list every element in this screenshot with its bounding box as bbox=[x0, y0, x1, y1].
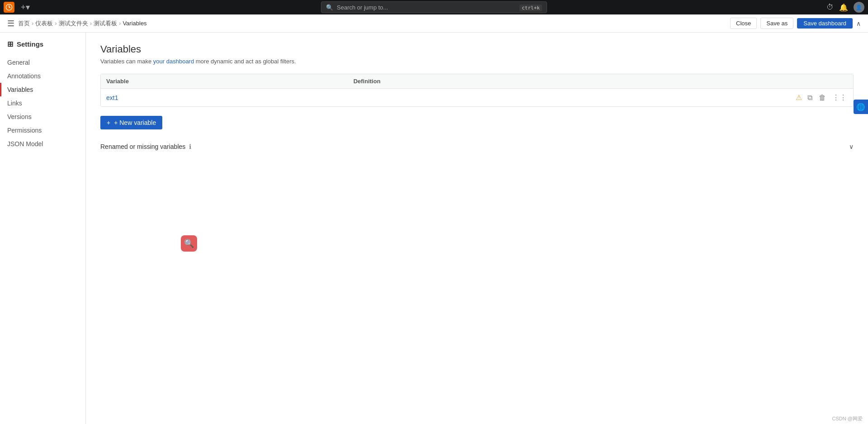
sidebar: ⊞ Settings General Annotations Variables… bbox=[0, 33, 86, 424]
sep-4: › bbox=[119, 20, 121, 27]
sidebar-item-variables[interactable]: Variables bbox=[0, 83, 85, 96]
search-area: 🔍 Search or jump to... ctrl+k bbox=[321, 1, 547, 13]
page-description: Variables can make your dashboard more d… bbox=[100, 58, 854, 65]
breadcrumb-dashboard[interactable]: 测试看板 bbox=[94, 19, 117, 28]
search-placeholder: Search or jump to... bbox=[337, 4, 388, 11]
topbar-left: +▾ bbox=[4, 1, 33, 13]
notifications-button[interactable]: 🔔 bbox=[839, 3, 848, 12]
topbar-right: ⏱ 🔔 👤 bbox=[826, 2, 864, 13]
help-button[interactable]: ⏱ bbox=[826, 3, 834, 11]
breadcrumb-folder[interactable]: 测试文件夹 bbox=[59, 19, 88, 28]
hamburger-menu-button[interactable]: ☰ bbox=[7, 19, 14, 29]
close-button[interactable]: Close bbox=[730, 18, 757, 29]
page-title: Variables bbox=[100, 43, 854, 55]
main-content: Variables Variables can make your dashbo… bbox=[86, 33, 868, 424]
search-shortcut: ctrl+k bbox=[519, 5, 542, 11]
right-widget[interactable]: 🌐 bbox=[854, 100, 868, 114]
sidebar-item-annotations[interactable]: Annotations bbox=[0, 69, 85, 83]
col-variable-header: Variable bbox=[106, 78, 354, 85]
add-panel-button[interactable]: +▾ bbox=[18, 1, 33, 13]
widget-icon: 🌐 bbox=[856, 103, 865, 111]
sep-1: › bbox=[32, 20, 33, 27]
col-definition-header: Definition bbox=[354, 78, 848, 85]
breadcrumb-current: Variables bbox=[123, 20, 146, 27]
warning-icon: ⚠ bbox=[796, 93, 802, 102]
breadcrumb-dashboards[interactable]: 仪表板 bbox=[35, 19, 53, 28]
app-icon-symbol: 🔍 bbox=[184, 238, 194, 248]
info-icon: ℹ bbox=[189, 143, 191, 150]
sidebar-item-links[interactable]: Links bbox=[0, 96, 85, 110]
renamed-label: Renamed or missing variables bbox=[100, 143, 185, 150]
topbar: +▾ 🔍 Search or jump to... ctrl+k ⏱ 🔔 👤 bbox=[0, 0, 868, 14]
new-variable-button[interactable]: + + New variable bbox=[100, 116, 162, 129]
row-actions: ⚠ ⧉ 🗑 ⋮⋮ bbox=[796, 92, 848, 103]
footer: CSDN @网爱 bbox=[827, 414, 868, 424]
variables-table: Variable Definition ext1 ⚠ ⧉ 🗑 ⋮⋮ bbox=[100, 74, 854, 107]
app-icon: 🔍 bbox=[181, 235, 197, 252]
settings-grid-icon: ⊞ bbox=[7, 40, 13, 48]
renamed-section: Renamed or missing variables ℹ ∨ bbox=[100, 143, 854, 150]
plus-icon: + bbox=[107, 119, 110, 126]
sep-3: › bbox=[90, 20, 92, 27]
duplicate-variable-button[interactable]: ⧉ bbox=[807, 93, 813, 103]
delete-variable-button[interactable]: 🗑 bbox=[818, 93, 827, 103]
dashboard-link[interactable]: your dashboard bbox=[153, 58, 194, 65]
collapse-icon: ∧ bbox=[856, 20, 861, 27]
avatar[interactable]: 👤 bbox=[854, 2, 864, 13]
breadcrumb: 首页 › 仪表板 › 测试文件夹 › 测试看板 › Variables bbox=[18, 19, 147, 28]
secondbar: ☰ 首页 › 仪表板 › 测试文件夹 › 测试看板 › Variables Cl… bbox=[0, 14, 868, 33]
save-dashboard-button[interactable]: Save dashboard bbox=[797, 18, 853, 29]
sidebar-item-general[interactable]: General bbox=[0, 56, 85, 69]
search-icon: 🔍 bbox=[326, 4, 333, 11]
sidebar-item-json-model[interactable]: JSON Model bbox=[0, 137, 85, 151]
drag-variable-button[interactable]: ⋮⋮ bbox=[831, 92, 848, 103]
secondbar-left: ☰ 首页 › 仪表板 › 测试文件夹 › 测试看板 › Variables bbox=[7, 19, 147, 29]
grafana-logo bbox=[4, 2, 14, 13]
layout: ⊞ Settings General Annotations Variables… bbox=[0, 33, 868, 424]
sidebar-item-versions[interactable]: Versions bbox=[0, 110, 85, 124]
table-header: Variable Definition bbox=[101, 74, 853, 89]
table-row: ext1 ⚠ ⧉ 🗑 ⋮⋮ bbox=[101, 89, 853, 106]
secondbar-right: Close Save as Save dashboard ∧ bbox=[730, 18, 861, 29]
sidebar-title: ⊞ Settings bbox=[0, 40, 85, 56]
variable-name[interactable]: ext1 bbox=[106, 94, 336, 101]
sidebar-item-permissions[interactable]: Permissions bbox=[0, 124, 85, 137]
search-box[interactable]: 🔍 Search or jump to... ctrl+k bbox=[321, 1, 547, 13]
breadcrumb-home[interactable]: 首页 bbox=[18, 19, 30, 28]
save-as-button[interactable]: Save as bbox=[760, 18, 793, 29]
sep-2: › bbox=[55, 20, 57, 27]
renamed-chevron-icon[interactable]: ∨ bbox=[849, 143, 854, 150]
